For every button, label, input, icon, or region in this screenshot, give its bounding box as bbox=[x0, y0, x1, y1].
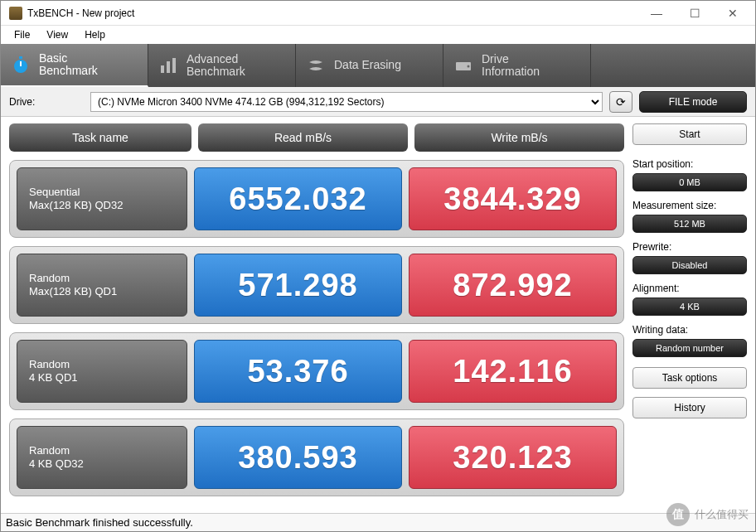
task-name2: 4 KB QD1 bbox=[29, 371, 175, 384]
task-name2: Max(128 KB) QD1 bbox=[29, 285, 175, 298]
task-name1: Random bbox=[29, 444, 175, 457]
titlebar: TxBENCH - New project — ☐ ✕ bbox=[1, 1, 755, 26]
menu-help[interactable]: Help bbox=[76, 27, 114, 42]
task-button-sequential-qd32[interactable]: Sequential Max(128 KB) QD32 bbox=[17, 167, 187, 230]
task-name1: Sequential bbox=[29, 186, 175, 199]
app-icon bbox=[9, 7, 22, 20]
task-button-random-qd1[interactable]: Random Max(128 KB) QD1 bbox=[17, 254, 187, 317]
start-button[interactable]: Start bbox=[632, 123, 747, 145]
history-button[interactable]: History bbox=[632, 397, 747, 418]
header-read: Read mB/s bbox=[198, 123, 408, 152]
svg-point-7 bbox=[468, 65, 470, 68]
bench-row: Random 4 KB QD32 380.593 320.123 bbox=[9, 418, 624, 496]
erase-icon bbox=[306, 56, 326, 75]
task-name1: Random bbox=[29, 272, 175, 285]
read-value: 53.376 bbox=[194, 340, 402, 403]
tabbar: Basic Benchmark Advanced Benchmark Data … bbox=[1, 44, 755, 87]
menubar: File View Help bbox=[1, 26, 755, 44]
task-button-random-4kb-qd1[interactable]: Random 4 KB QD1 bbox=[17, 340, 187, 403]
watermark: 值 什么值得买 bbox=[666, 503, 749, 526]
benchmark-area: Task name Read mB/s Write mB/s Sequentia… bbox=[9, 123, 624, 506]
write-value: 142.116 bbox=[409, 340, 617, 403]
close-button[interactable]: ✕ bbox=[714, 1, 752, 26]
task-name2: 4 KB QD32 bbox=[29, 457, 175, 471]
refresh-button[interactable]: ⟳ bbox=[609, 91, 632, 113]
svg-rect-4 bbox=[167, 61, 170, 73]
write-value: 872.992 bbox=[409, 254, 617, 317]
write-value: 320.123 bbox=[409, 426, 617, 489]
tab-data-erasing[interactable]: Data Erasing bbox=[296, 44, 443, 87]
write-value: 3844.329 bbox=[409, 167, 617, 230]
measurement-size-label: Measurement size: bbox=[632, 200, 747, 211]
header-task: Task name bbox=[9, 123, 191, 152]
read-value: 6552.032 bbox=[194, 167, 402, 230]
watermark-icon: 值 bbox=[666, 503, 690, 526]
drive-label: Drive: bbox=[9, 96, 84, 108]
watermark-text: 什么值得买 bbox=[695, 507, 749, 522]
writing-data-label: Writing data: bbox=[632, 324, 747, 336]
window-title: TxBENCH - New project bbox=[27, 7, 637, 19]
stopwatch-icon bbox=[11, 55, 31, 75]
task-options-button[interactable]: Task options bbox=[632, 367, 747, 389]
refresh-icon: ⟳ bbox=[616, 95, 626, 109]
window-controls: — ☐ ✕ bbox=[637, 1, 752, 26]
menu-file[interactable]: File bbox=[6, 27, 38, 42]
writing-data-value[interactable]: Random number bbox=[632, 339, 747, 357]
content-area: Task name Read mB/s Write mB/s Sequentia… bbox=[1, 117, 755, 513]
header-write: Write mB/s bbox=[414, 123, 624, 152]
tab-label: Basic Benchmark bbox=[39, 52, 98, 78]
tab-basic-benchmark[interactable]: Basic Benchmark bbox=[1, 44, 148, 87]
svg-rect-3 bbox=[161, 65, 164, 73]
minimize-button[interactable]: — bbox=[637, 1, 676, 26]
header-row: Task name Read mB/s Write mB/s bbox=[9, 123, 624, 152]
tab-advanced-benchmark[interactable]: Advanced Benchmark bbox=[148, 44, 296, 87]
maximize-button[interactable]: ☐ bbox=[676, 1, 714, 26]
read-value: 380.593 bbox=[194, 426, 402, 489]
status-bar: Basic Benchmark finished successfully. bbox=[1, 513, 755, 531]
tab-label: Advanced Benchmark bbox=[187, 53, 245, 79]
tab-drive-information[interactable]: Drive Information bbox=[443, 44, 591, 87]
alignment-label: Alignment: bbox=[632, 283, 747, 294]
file-mode-button[interactable]: FILE mode bbox=[639, 91, 747, 113]
bench-row: Sequential Max(128 KB) QD32 6552.032 384… bbox=[9, 160, 624, 238]
menu-view[interactable]: View bbox=[38, 27, 76, 42]
drive-select[interactable]: (C:) NVMe Micron 3400 NVMe 474.12 GB (99… bbox=[90, 92, 603, 112]
read-value: 571.298 bbox=[194, 254, 402, 317]
bench-row: Random Max(128 KB) QD1 571.298 872.992 bbox=[9, 246, 624, 324]
start-position-label: Start position: bbox=[632, 158, 747, 170]
sidebar: Start Start position: 0 MB Measurement s… bbox=[632, 123, 747, 506]
svg-rect-1 bbox=[19, 56, 22, 59]
tab-label: Drive Information bbox=[482, 53, 540, 79]
prewrite-value[interactable]: Disabled bbox=[632, 256, 747, 274]
start-position-value[interactable]: 0 MB bbox=[632, 173, 747, 191]
drive-info-icon bbox=[453, 56, 473, 75]
measurement-size-value[interactable]: 512 MB bbox=[632, 215, 747, 233]
status-text: Basic Benchmark finished successfully. bbox=[6, 516, 193, 529]
task-name1: Random bbox=[29, 358, 175, 371]
drive-bar: Drive: (C:) NVMe Micron 3400 NVMe 474.12… bbox=[1, 87, 755, 117]
svg-rect-5 bbox=[172, 58, 176, 73]
task-name2: Max(128 KB) QD32 bbox=[29, 199, 175, 212]
bar-chart-icon bbox=[158, 56, 178, 75]
prewrite-label: Prewrite: bbox=[632, 241, 747, 253]
bench-row: Random 4 KB QD1 53.376 142.116 bbox=[9, 332, 624, 410]
alignment-value[interactable]: 4 KB bbox=[632, 297, 747, 316]
task-button-random-4kb-qd32[interactable]: Random 4 KB QD32 bbox=[17, 426, 187, 489]
tab-label: Data Erasing bbox=[334, 59, 401, 71]
